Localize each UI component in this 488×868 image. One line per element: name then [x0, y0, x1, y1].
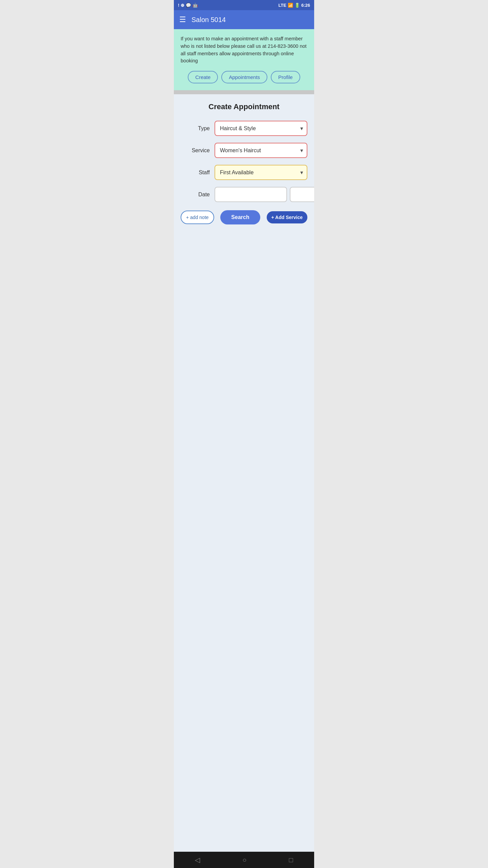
app-title: Salon 5014	[191, 16, 226, 24]
add-note-button[interactable]: + add note	[181, 211, 214, 224]
date-inputs	[215, 187, 314, 202]
message-icon: 💬	[186, 3, 191, 8]
staff-select-wrapper: First Available Stylist 1 Stylist 2 ▼	[215, 165, 307, 180]
form-title: Create Appointment	[181, 102, 307, 111]
type-label: Type	[181, 125, 215, 132]
status-right-icons: LTE 📶 🔋 6:26	[278, 3, 310, 8]
banner-buttons: Create Appointments Profile	[181, 71, 307, 83]
form-area: Create Appointment Type Haircut & Style …	[174, 94, 314, 868]
staff-label: Staff	[181, 170, 215, 176]
staff-select[interactable]: First Available Stylist 1 Stylist 2	[215, 165, 307, 180]
status-bar: ! ⊕ 💬 🤖 LTE 📶 🔋 6:26	[174, 0, 314, 10]
recents-nav-icon[interactable]: □	[289, 856, 293, 864]
staff-row: Staff First Available Stylist 1 Stylist …	[181, 165, 307, 180]
app-bar: ☰ Salon 5014	[174, 10, 314, 29]
date-label: Date	[181, 192, 215, 198]
profile-button[interactable]: Profile	[271, 71, 300, 83]
android-head-icon: 🤖	[192, 3, 198, 8]
type-select-wrapper: Haircut & Style Color Treatment ▼	[215, 121, 307, 136]
back-nav-icon[interactable]: ◁	[195, 856, 200, 864]
android-icon: ⊕	[181, 3, 184, 8]
status-left-icons: ! ⊕ 💬 🤖	[178, 3, 198, 8]
battery-icon: 🔋	[294, 3, 300, 8]
separator	[174, 90, 314, 94]
info-banner: If you want to make an appointment with …	[174, 29, 314, 90]
service-label: Service	[181, 147, 215, 154]
service-select-wrapper: Women's Haircut Men's Haircut Children's…	[215, 143, 307, 158]
date-row: Date	[181, 187, 307, 202]
notification-icon: !	[178, 3, 179, 8]
service-row: Service Women's Haircut Men's Haircut Ch…	[181, 143, 307, 158]
create-button[interactable]: Create	[188, 71, 218, 83]
date-input[interactable]	[215, 187, 287, 202]
bottom-actions: + add note Search + Add Service	[181, 210, 307, 224]
home-nav-icon[interactable]: ○	[242, 856, 246, 864]
hamburger-menu-icon[interactable]: ☰	[179, 15, 186, 24]
service-select[interactable]: Women's Haircut Men's Haircut Children's…	[215, 143, 307, 158]
time-label: 6:26	[301, 3, 310, 8]
signal-icon: 📶	[288, 3, 293, 8]
search-button[interactable]: Search	[220, 210, 260, 224]
info-banner-text: If you want to make an appointment with …	[181, 35, 307, 65]
time-input[interactable]	[290, 187, 314, 202]
add-service-button[interactable]: + Add Service	[267, 211, 307, 223]
lte-label: LTE	[278, 3, 286, 8]
nav-bar: ◁ ○ □	[174, 852, 314, 868]
appointments-button[interactable]: Appointments	[221, 71, 267, 83]
type-row: Type Haircut & Style Color Treatment ▼	[181, 121, 307, 136]
type-select[interactable]: Haircut & Style Color Treatment	[215, 121, 307, 136]
